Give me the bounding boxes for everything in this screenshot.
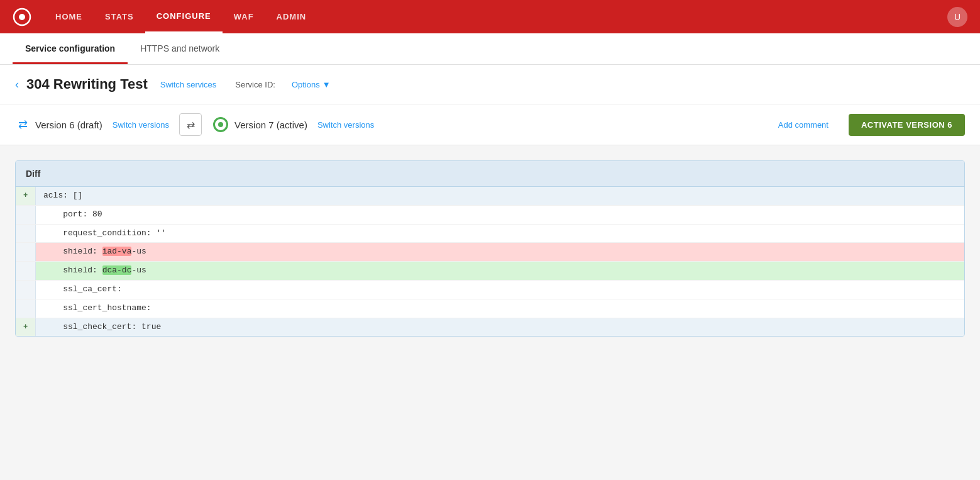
activate-version-button[interactable]: ACTIVATE VERSION 6 (849, 114, 965, 136)
diff-header: Diff (16, 161, 964, 187)
nav-stats[interactable]: STATS (94, 0, 145, 33)
swap-versions-button[interactable]: ⇄ (179, 113, 202, 136)
nav-right: U (947, 7, 967, 27)
diff-row: ssl_ca_cert: (16, 281, 964, 299)
diff-gutter (16, 225, 36, 243)
diff-line: port: 80 (36, 206, 964, 224)
diff-gutter[interactable]: + (16, 187, 36, 205)
options-button[interactable]: Options ▼ (292, 80, 331, 89)
diff-row-added: shield: dca-dc-us (16, 262, 964, 281)
diff-gutter (16, 262, 36, 280)
logo-icon (13, 8, 31, 26)
service-id-label: Service ID: (235, 80, 275, 89)
service-title: 304 Rewriting Test (26, 76, 148, 92)
diff-row-removed: shield: iad-va-us (16, 243, 964, 262)
back-arrow-icon[interactable]: ‹ (15, 78, 19, 91)
diff-gutter (16, 243, 36, 261)
diff-line: shield: dca-dc-us (36, 262, 964, 280)
version-right-info: Version 7 (active) (212, 116, 307, 133)
switch-services-link[interactable]: Switch services (160, 80, 217, 89)
tab-https-network[interactable]: HTTPS and network (128, 33, 232, 64)
diff-row: request_condition: '' (16, 225, 964, 243)
diff-highlight-removed: iad-va (102, 247, 132, 256)
diff-highlight-added: dca-dc (102, 265, 132, 275)
diff-row: ssl_cert_hostname: (16, 299, 964, 318)
version-right-label: Version 7 (active) (234, 120, 307, 130)
diff-line: ssl_check_cert: true (36, 318, 964, 337)
version-left-info: ⇄ Version 6 (draft) (15, 117, 102, 132)
top-nav: HOME STATS CONFIGURE WAF ADMIN U (0, 0, 980, 33)
diff-gutter (16, 281, 36, 299)
diff-gutter (16, 206, 36, 224)
diff-gutter (16, 299, 36, 318)
diff-row: + acls: [] (16, 187, 964, 206)
tab-service-configuration[interactable]: Service configuration (13, 33, 128, 64)
nav-waf[interactable]: WAF (223, 0, 265, 33)
diff-line: shield: iad-va-us (36, 243, 964, 261)
diff-line: ssl_ca_cert: (36, 281, 964, 299)
nav-admin[interactable]: ADMIN (265, 0, 318, 33)
sub-tabs: Service configuration HTTPS and network (0, 33, 980, 65)
diff-line: request_condition: '' (36, 225, 964, 243)
diff-body: + acls: [] port: 80 request_condition: '… (16, 187, 964, 336)
switch-versions-right-link[interactable]: Switch versions (317, 120, 374, 130)
nav-configure[interactable]: CONFIGURE (145, 0, 223, 33)
svg-point-1 (19, 14, 25, 20)
service-header: ‹ 304 Rewriting Test Switch services Ser… (0, 65, 980, 104)
draft-version-icon: ⇄ (15, 117, 30, 132)
diff-gutter[interactable]: + (16, 318, 36, 337)
active-version-icon (212, 116, 229, 133)
add-comment-link[interactable]: Add comment (778, 120, 829, 130)
diff-container: Diff + acls: [] port: 80 request_conditi… (15, 160, 965, 337)
switch-versions-left-link[interactable]: Switch versions (113, 120, 169, 130)
user-avatar[interactable]: U (947, 7, 967, 27)
diff-line: ssl_cert_hostname: (36, 299, 964, 318)
diff-row: port: 80 (16, 206, 964, 225)
version-left-label: Version 6 (draft) (35, 120, 102, 130)
diff-line: acls: [] (36, 187, 964, 205)
version-bar: ⇄ Version 6 (draft) Switch versions ⇄ Ve… (0, 104, 980, 145)
diff-row: + ssl_check_cert: true (16, 318, 964, 337)
chevron-down-icon: ▼ (322, 80, 331, 89)
nav-home[interactable]: HOME (44, 0, 94, 33)
